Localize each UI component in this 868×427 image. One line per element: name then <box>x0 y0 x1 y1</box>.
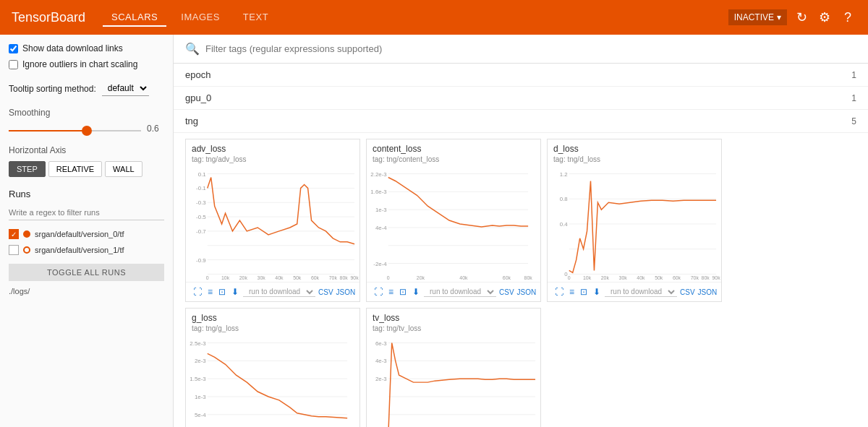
svg-text:-0.9: -0.9 <box>196 257 206 264</box>
svg-text:80k: 80k <box>524 275 533 280</box>
refresh-icon[interactable]: ↻ <box>793 9 810 25</box>
tag-row-gpu0[interactable]: gpu_0 1 <box>174 87 868 110</box>
app-logo: TensorBoard <box>12 10 85 25</box>
fit-icon[interactable]: ⊡ <box>217 285 227 298</box>
chart-adv-loss-subtitle: tag: tng/adv_loss <box>186 155 359 166</box>
json-btn[interactable]: JSON <box>336 288 356 296</box>
svg-text:-0.3: -0.3 <box>196 199 206 206</box>
toggle-all-runs-button[interactable]: TOGGLE ALL RUNS <box>9 264 164 281</box>
download-icon[interactable]: ⬇ <box>230 285 240 298</box>
chart-d-loss-area: 1.2 0.8 0.4 0 0 10k 20k 30k 40k 50k 60k … <box>548 166 721 282</box>
chart-d-loss: d_loss tag: tng/d_loss 1.2 0.8 0.4 <box>547 139 722 302</box>
tag-tng-name: tng <box>185 116 851 126</box>
json-btn[interactable]: JSON <box>517 288 537 296</box>
fit-icon[interactable]: ⊡ <box>398 285 408 298</box>
tooltip-row: Tooltip sorting method: default <box>9 81 164 96</box>
run-1-name: srgan/default/version_1/tf <box>35 246 124 254</box>
expand-icon[interactable]: ⛶ <box>553 285 565 298</box>
download-icon[interactable]: ⬇ <box>411 285 421 298</box>
tooltip-label: Tooltip sorting method: <box>9 84 96 94</box>
axis-wall-btn[interactable]: WALL <box>105 161 142 177</box>
axis-relative-btn[interactable]: RELATIVE <box>48 161 102 177</box>
tag-epoch-name: epoch <box>185 69 851 80</box>
expand-icon[interactable]: ⛶ <box>373 285 384 298</box>
svg-rect-62 <box>186 336 359 427</box>
ignore-outliers-checkbox[interactable] <box>9 60 18 69</box>
svg-text:40k: 40k <box>459 275 468 280</box>
header: TensorBoard SCALARS IMAGES TEXT INACTIVE… <box>0 0 868 35</box>
nav-text[interactable]: TEXT <box>234 9 277 27</box>
show-data-links-checkbox[interactable] <box>9 44 18 53</box>
list-icon[interactable]: ≡ <box>206 285 214 298</box>
svg-text:1e-3: 1e-3 <box>375 207 387 213</box>
nav-scalars[interactable]: SCALARS <box>103 9 166 27</box>
svg-text:50k: 50k <box>293 275 302 280</box>
chart-g-loss-title: g_loss <box>186 309 359 324</box>
settings-icon[interactable]: ⚙ <box>816 9 833 25</box>
slider-row: 0.6 <box>9 124 164 134</box>
runs-filter-input[interactable] <box>9 205 164 220</box>
chart-content-loss-area: 2.2e-3 1.6e-3 1e-3 4e-4 -2e-4 0 20k 40k … <box>367 166 540 282</box>
smoothing-slider[interactable] <box>9 130 141 131</box>
run-1-checkbox[interactable] <box>9 245 19 255</box>
svg-text:0: 0 <box>206 275 209 280</box>
chart-adv-loss: adv_loss tag: tng/adv_loss <box>185 139 360 302</box>
tag-row-epoch[interactable]: epoch 1 <box>174 64 868 87</box>
chart-tv-loss-title: tv_loss <box>367 309 540 324</box>
svg-text:0.4: 0.4 <box>560 221 569 228</box>
axis-buttons: STEP RELATIVE WALL <box>9 161 164 177</box>
run-to-download-select[interactable]: run to download <box>605 287 677 297</box>
run-0-checkbox[interactable] <box>9 229 19 239</box>
svg-text:1.6e-3: 1.6e-3 <box>370 189 387 195</box>
svg-text:70k: 70k <box>691 275 699 280</box>
expand-icon[interactable]: ⛶ <box>192 285 203 298</box>
tag-gpu0-name: gpu_0 <box>185 92 851 103</box>
run-to-download-select[interactable]: run to download <box>424 287 496 297</box>
tag-row-tng[interactable]: tng 5 <box>174 110 868 133</box>
download-icon[interactable]: ⬇ <box>592 285 602 298</box>
runs-section: Runs srgan/default/version_0/tf srgan/de… <box>9 189 164 296</box>
svg-text:10k: 10k <box>221 275 230 280</box>
chart-d-loss-controls: ⛶ ≡ ⊡ ⬇ run to download CSV JSON <box>548 282 721 301</box>
svg-text:-0.1: -0.1 <box>196 185 206 191</box>
list-icon[interactable]: ≡ <box>387 285 395 298</box>
content: 🔍 epoch 1 gpu_0 1 tng 5 adv_loss tag: tn… <box>174 35 868 427</box>
chart-content-loss-svg: 2.2e-3 1.6e-3 1e-3 4e-4 -2e-4 0 20k 40k … <box>367 166 540 282</box>
axis-step-btn[interactable]: STEP <box>9 161 46 177</box>
svg-rect-25 <box>367 167 540 282</box>
run-item-1: srgan/default/version_1/tf <box>9 242 164 258</box>
ignore-outliers-label: Ignore outliers in chart scaling <box>22 59 137 69</box>
charts-section: adv_loss tag: tng/adv_loss <box>174 133 868 427</box>
csv-json-btns: CSV JSON <box>680 288 717 296</box>
csv-btn[interactable]: CSV <box>318 288 333 296</box>
list-icon[interactable]: ≡ <box>568 285 576 298</box>
fit-icon[interactable]: ⊡ <box>579 285 589 298</box>
nav-images[interactable]: IMAGES <box>172 9 229 27</box>
svg-text:60k: 60k <box>311 275 320 280</box>
status-dropdown[interactable]: INACTIVE ▾ <box>728 9 787 25</box>
help-icon[interactable]: ? <box>839 10 856 25</box>
smoothing-value: 0.6 <box>147 124 164 134</box>
charts-grid: adv_loss tag: tng/adv_loss <box>185 139 856 427</box>
chart-g-loss-subtitle: tag: tng/g_loss <box>186 324 359 335</box>
tooltip-select[interactable]: default <box>102 81 149 96</box>
svg-text:40k: 40k <box>637 275 645 280</box>
chart-adv-loss-title: adv_loss <box>186 139 359 155</box>
chart-tv-loss-area: 6e-3 4e-3 2e-3 0 0 10k 20k 30k 40k 50k 6… <box>367 335 540 427</box>
csv-json-btns: CSV JSON <box>318 288 355 296</box>
csv-btn[interactable]: CSV <box>499 288 514 296</box>
svg-text:60k: 60k <box>673 275 681 280</box>
json-btn[interactable]: JSON <box>698 288 718 296</box>
chart-d-loss-title: d_loss <box>548 139 721 155</box>
main-layout: Show data download links Ignore outliers… <box>0 35 868 427</box>
chart-adv-loss-controls: ⛶ ≡ ⊡ ⬇ run to download CSV JSON <box>186 282 359 301</box>
run-to-download-select[interactable]: run to download <box>243 287 315 297</box>
svg-text:4e-3: 4e-3 <box>375 358 387 364</box>
svg-text:2.2e-3: 2.2e-3 <box>370 171 387 178</box>
svg-text:2e-3: 2e-3 <box>375 376 387 382</box>
run-1-circle <box>23 246 30 254</box>
runs-label: Runs <box>9 189 164 199</box>
csv-btn[interactable]: CSV <box>680 288 695 296</box>
filter-input[interactable] <box>205 43 856 54</box>
chart-g-loss-svg: 2.5e-3 2e-3 1.5e-3 1e-3 5e-4 0 0 20k 40k… <box>186 335 359 427</box>
